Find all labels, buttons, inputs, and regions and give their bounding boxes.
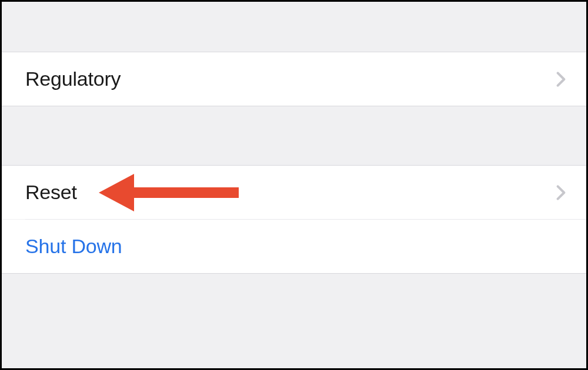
spacer [2, 274, 586, 370]
spacer [2, 106, 586, 165]
settings-row-shutdown[interactable]: Shut Down [2, 220, 586, 273]
row-label: Regulatory [25, 68, 121, 90]
spacer [2, 2, 586, 52]
chevron-right-icon [556, 71, 566, 88]
settings-row-reset[interactable]: Reset [2, 166, 586, 219]
chevron-right-icon [556, 184, 566, 201]
annotation-arrow-icon [99, 171, 240, 214]
row-label: Reset [25, 181, 77, 204]
settings-row-regulatory[interactable]: Regulatory [2, 52, 586, 106]
svg-marker-0 [99, 174, 134, 211]
row-label: Shut Down [25, 235, 122, 258]
svg-rect-1 [133, 187, 239, 198]
